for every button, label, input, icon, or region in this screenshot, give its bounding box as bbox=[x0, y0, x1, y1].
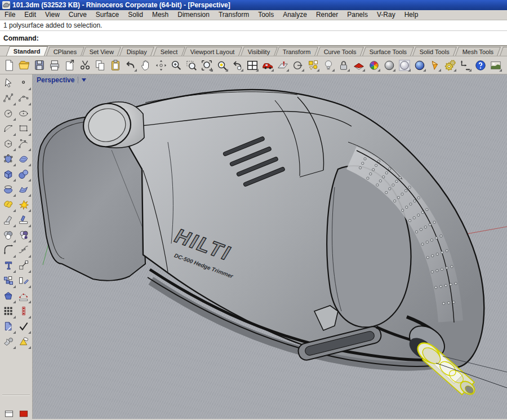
ortho-circle-button[interactable] bbox=[290, 58, 305, 73]
chevron-down-icon[interactable] bbox=[82, 78, 86, 82]
save-button[interactable] bbox=[32, 58, 47, 73]
open-folder-button[interactable] bbox=[16, 58, 32, 73]
undo-button[interactable] bbox=[123, 58, 138, 73]
tab-set-view[interactable]: Set View bbox=[82, 47, 121, 56]
freeform-curve-tool[interactable] bbox=[16, 136, 32, 152]
zoom-window-button[interactable] bbox=[184, 58, 199, 73]
box-tool[interactable] bbox=[1, 167, 16, 182]
menu-render[interactable]: Render bbox=[312, 10, 343, 20]
tab-cplanes[interactable]: CPlanes bbox=[46, 47, 84, 56]
command-history[interactable]: 1 polysurface added to selection. bbox=[0, 20, 507, 31]
tab-transform[interactable]: Transform bbox=[275, 47, 318, 56]
srf-tools-tool[interactable] bbox=[1, 289, 16, 304]
cut-button[interactable] bbox=[77, 58, 92, 73]
print-button[interactable] bbox=[47, 58, 62, 73]
menu-file[interactable]: File bbox=[0, 10, 20, 20]
polyline-tool[interactable] bbox=[1, 91, 16, 106]
pan-hand-button[interactable] bbox=[138, 58, 153, 73]
menu-transform[interactable]: Transform bbox=[214, 10, 254, 20]
interp-curve-tool[interactable] bbox=[16, 91, 32, 106]
menu-help[interactable]: Help bbox=[400, 10, 423, 20]
rectangle-tool[interactable] bbox=[16, 121, 32, 136]
tab-solid-tools[interactable]: Solid Tools bbox=[413, 47, 457, 56]
tab-visibility[interactable]: Visibility bbox=[241, 47, 277, 56]
zoom-extents-button[interactable] bbox=[199, 58, 214, 73]
trim-srf-tool[interactable] bbox=[1, 319, 16, 334]
blocks-tool[interactable] bbox=[1, 273, 16, 289]
tab-display[interactable]: Display bbox=[120, 47, 155, 56]
tab-select[interactable]: Select bbox=[153, 47, 185, 56]
menu-panels[interactable]: Panels bbox=[343, 10, 372, 20]
rotate-view-button[interactable] bbox=[153, 58, 168, 73]
panel-red-panel-button[interactable] bbox=[18, 408, 29, 419]
tab-viewport-layout[interactable]: Viewport Layout bbox=[183, 47, 242, 56]
new-document-button[interactable] bbox=[1, 58, 16, 73]
zoom-dynamic-button[interactable] bbox=[168, 58, 184, 73]
set-cplane-button[interactable] bbox=[275, 58, 290, 73]
tab-curve-tools[interactable]: Curve Tools bbox=[317, 47, 364, 56]
array-curve-tool[interactable] bbox=[16, 289, 32, 304]
sweep-tool[interactable] bbox=[16, 182, 32, 197]
revolve-tool[interactable] bbox=[1, 182, 16, 197]
point-tool[interactable] bbox=[16, 76, 32, 91]
viewport-title[interactable]: Perspective bbox=[37, 76, 86, 84]
explode-tool[interactable] bbox=[16, 197, 32, 213]
check-tool[interactable] bbox=[16, 319, 32, 334]
menu-curve[interactable]: Curve bbox=[64, 10, 91, 20]
trim-tool[interactable] bbox=[1, 213, 16, 228]
array-vertical-tool[interactable] bbox=[16, 304, 32, 319]
ellipse-tool[interactable] bbox=[16, 106, 32, 121]
menu-analyze[interactable]: Analyze bbox=[278, 10, 312, 20]
split-tool[interactable] bbox=[16, 213, 32, 228]
srf-points-tool[interactable] bbox=[1, 152, 16, 167]
object-snaps-button[interactable] bbox=[305, 58, 321, 73]
vray-options-button[interactable] bbox=[427, 58, 442, 73]
command-input[interactable]: Command: bbox=[0, 31, 507, 46]
title-bar[interactable]: 101.3dm (532523 KB) - Rhinoceros Corpora… bbox=[0, 0, 507, 10]
shaded-view-button[interactable] bbox=[381, 58, 397, 73]
solids-tool[interactable] bbox=[1, 334, 16, 350]
menu-surface[interactable]: Surface bbox=[91, 10, 123, 20]
menu-vray[interactable]: V-Ray bbox=[372, 10, 400, 20]
view-undo-button[interactable] bbox=[229, 58, 244, 73]
bool-union-tool[interactable] bbox=[1, 228, 16, 243]
select-arrow-tool[interactable] bbox=[1, 76, 16, 91]
perspective-viewport[interactable]: Perspective bbox=[33, 74, 507, 419]
lock-objects-button[interactable] bbox=[336, 58, 351, 73]
named-views-car-button[interactable] bbox=[260, 58, 275, 73]
tab-dr[interactable]: Dr bbox=[500, 47, 507, 56]
zoom-selected-button[interactable] bbox=[214, 58, 229, 73]
fillet-tool[interactable] bbox=[1, 243, 16, 258]
menu-mesh[interactable]: Mesh bbox=[148, 10, 173, 20]
menu-edit[interactable]: Edit bbox=[20, 10, 41, 20]
panel-window-panel-button[interactable] bbox=[3, 408, 15, 419]
text-tool[interactable] bbox=[1, 258, 16, 273]
paste-button[interactable] bbox=[108, 58, 123, 73]
tab-surface-tools[interactable]: Surface Tools bbox=[362, 47, 414, 56]
tab-mesh-tools[interactable]: Mesh Tools bbox=[456, 47, 501, 56]
boolean-blob-tool[interactable] bbox=[1, 197, 16, 213]
vray-render-button[interactable] bbox=[488, 58, 503, 73]
array-tool[interactable] bbox=[16, 273, 32, 289]
copy-button[interactable] bbox=[92, 58, 108, 73]
edit-layers-button[interactable] bbox=[351, 58, 366, 73]
tab-standard[interactable]: Standard bbox=[6, 46, 48, 56]
polygon-tool[interactable] bbox=[1, 136, 16, 152]
dimension-tools-button[interactable] bbox=[457, 58, 473, 73]
bool-diff-tool[interactable] bbox=[16, 228, 32, 243]
grid-array-tool[interactable] bbox=[1, 304, 16, 319]
circle-tool[interactable] bbox=[1, 106, 16, 121]
help-button[interactable] bbox=[473, 58, 488, 73]
menu-solid[interactable]: Solid bbox=[123, 10, 148, 20]
settings-gears-button[interactable] bbox=[442, 58, 457, 73]
color-wheel-button[interactable] bbox=[366, 58, 381, 73]
rendered-view-button[interactable] bbox=[412, 58, 427, 73]
light-toggle-button[interactable] bbox=[321, 58, 336, 73]
blend-tool[interactable] bbox=[16, 243, 32, 258]
menu-dimension[interactable]: Dimension bbox=[173, 10, 214, 20]
menu-tools[interactable]: Tools bbox=[254, 10, 278, 20]
spheres-tool[interactable] bbox=[16, 167, 32, 182]
ghosted-view-button[interactable] bbox=[397, 58, 412, 73]
arc-tool[interactable] bbox=[1, 121, 16, 136]
move-tool[interactable] bbox=[16, 258, 32, 273]
